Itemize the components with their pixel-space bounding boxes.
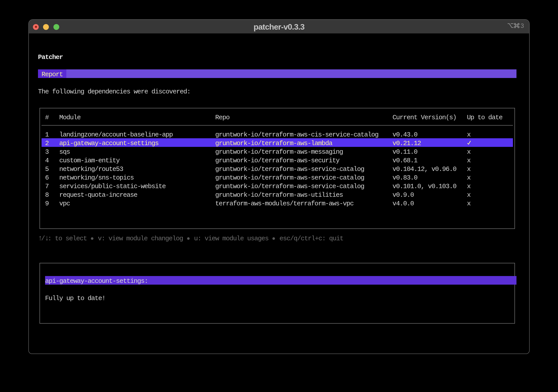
- svg-text:3: 3: [521, 23, 524, 29]
